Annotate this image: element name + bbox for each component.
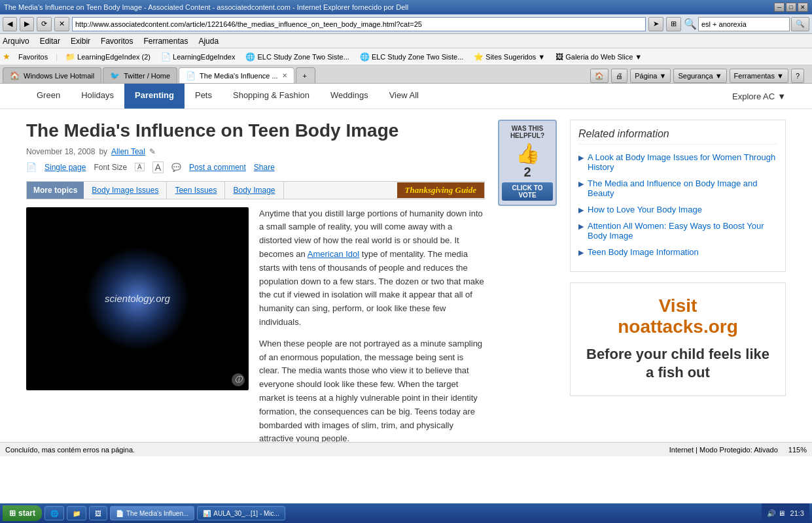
menu-editar[interactable]: Editar — [40, 37, 60, 46]
tab-shopping[interactable]: Shopping & Fashion — [222, 84, 320, 109]
more-topics-button[interactable]: More topics — [27, 182, 84, 199]
address-field[interactable] — [72, 17, 646, 31]
home-tool-button[interactable]: 🏠 — [590, 69, 609, 83]
tab-green[interactable]: Green — [26, 84, 71, 109]
fav-icon-1: 📄 — [161, 52, 171, 61]
go-button[interactable]: ➤ — [648, 17, 663, 31]
taskbar-start-button[interactable]: ⊞ start — [3, 505, 42, 521]
post-comment-link[interactable]: Post a comment — [189, 163, 246, 172]
related-link-2[interactable]: ▶ How to Love Your Body Image — [578, 205, 777, 214]
thanksgiving-banner[interactable]: Thanksgiving Guide — [397, 182, 484, 198]
menu-ferramentas[interactable]: Ferramentas — [143, 37, 188, 46]
close-button[interactable]: ✕ — [798, 3, 808, 12]
related-link-0[interactable]: ▶ A Look at Body Image Issues for Women … — [578, 152, 777, 172]
related-link-text-4: Teen Body Image Information — [588, 247, 699, 257]
fav-item-1[interactable]: 📄 LearningEdgeIndex — [158, 51, 238, 63]
related-link-1[interactable]: ▶ The Media and Influence on Body Image … — [578, 178, 777, 198]
topic-body-image-issues[interactable]: Body Image Issues — [84, 182, 167, 199]
fav-item-3[interactable]: 🌐 ELC Study Zone Two Siste... — [357, 51, 466, 63]
taskbar-btn-explorer[interactable]: 📁 — [67, 506, 86, 520]
ad-box: Visit noattacks.org Before your child fe… — [570, 282, 786, 396]
american-idol-link[interactable]: American Idol — [308, 249, 359, 259]
tray-icons: 🔊 🖥 — [767, 509, 785, 518]
security-button[interactable]: Segurança ▼ — [673, 69, 726, 83]
refresh-button[interactable]: ⟳ — [37, 17, 52, 31]
taskbar-media-icon: 🖼 — [95, 510, 101, 517]
bullet-arrow-3: ▶ — [578, 222, 584, 231]
menu-favoritos[interactable]: Favoritos — [101, 37, 133, 46]
back-button[interactable]: ◀ — [3, 17, 17, 31]
tab-parenting[interactable]: Parenting — [124, 84, 185, 109]
bullet-arrow-2: ▶ — [578, 206, 584, 214]
taskbar-btn-ie[interactable]: 🌐 — [44, 506, 64, 520]
topic-body-image[interactable]: Body Image — [225, 182, 283, 199]
image-info-button[interactable]: ⓘ — [232, 373, 245, 386]
related-link-4[interactable]: ▶ Teen Body Image Information — [578, 247, 777, 257]
start-icon: ⊞ — [9, 509, 16, 518]
tab-weddings[interactable]: Weddings — [320, 84, 379, 109]
menu-ajuda[interactable]: Ajuda — [198, 37, 219, 46]
taskbar-btn-article[interactable]: 📄 The Media's Influen... — [110, 506, 194, 520]
vote-button[interactable]: CLICK TO VOTE — [502, 182, 553, 201]
font-size-small-icon[interactable]: A — [135, 163, 145, 171]
menu-arquivo[interactable]: Arquivo — [3, 37, 29, 46]
taskbar-article-label: The Media's Influen... — [126, 510, 188, 517]
related-info-title: Related information — [578, 128, 777, 144]
tab-hotmail-icon: 🏠 — [10, 71, 20, 80]
tab-twitter[interactable]: 🐦 Twitter / Home — [103, 67, 177, 83]
tab-hotmail[interactable]: 🏠 Windows Live Hotmail — [3, 67, 101, 83]
ad-url-label[interactable]: noattacks.org — [581, 316, 775, 337]
fav-item-5[interactable]: 🖼 Galeria do Web Slice ▼ — [553, 51, 644, 63]
share-link[interactable]: Share — [254, 163, 275, 172]
top-nav: Green Holidays Parenting Pets Shopping &… — [0, 84, 812, 109]
tools-button[interactable]: Ferramentas ▼ — [730, 69, 788, 83]
maximize-button[interactable]: □ — [786, 3, 796, 12]
related-link-text-2: How to Love Your Body Image — [588, 205, 702, 214]
author-link[interactable]: Allen Teal — [111, 147, 145, 156]
comment-icon: 💬 — [171, 163, 181, 172]
topic-teen-issues[interactable]: Teen Issues — [167, 182, 225, 199]
search-field[interactable] — [698, 17, 790, 31]
taskbar-btn-office[interactable]: 📊 AULA_30_...[1] - Mic... — [197, 506, 285, 520]
font-size-large-icon[interactable]: A — [152, 161, 164, 173]
print-button[interactable]: 🖨 — [611, 69, 627, 83]
tab-new[interactable]: + — [296, 67, 315, 83]
page-button[interactable]: Página ▼ — [630, 69, 671, 83]
taskbar-ie-icon: 🌐 — [50, 510, 58, 517]
tab-holidays[interactable]: Holidays — [71, 84, 124, 109]
stop-button[interactable]: ✕ — [54, 17, 69, 31]
fav-item-2[interactable]: 🌐 ELC Study Zone Two Siste... — [243, 51, 351, 63]
tab-article[interactable]: 📄 The Media's Influence ... ✕ — [179, 67, 294, 83]
help-button[interactable]: ? — [791, 69, 804, 83]
article-meta: November 18, 2008 by Allen Teal ✎ — [26, 147, 485, 156]
search-button[interactable]: 🔍 — [791, 17, 809, 31]
search-area: 🔍 🔍 — [684, 17, 809, 31]
tab-article-label: The Media's Influence ... — [200, 72, 278, 80]
single-page-link[interactable]: Single page — [44, 163, 86, 172]
compatibility-button[interactable]: ⊞ — [666, 17, 681, 31]
related-link-text-3: Attention All Women: Easy Ways to Boost … — [588, 221, 777, 241]
status-zone: Internet | Modo Protegido: Ativado — [669, 446, 778, 454]
tab-viewall[interactable]: View All — [379, 84, 429, 109]
forward-button[interactable]: ▶ — [20, 17, 34, 31]
related-info-box: Related information ▶ A Look at Body Ima… — [570, 120, 786, 272]
related-link-3[interactable]: ▶ Attention All Women: Easy Ways to Boos… — [578, 221, 777, 241]
favorites-label[interactable]: Favoritos — [16, 52, 50, 62]
tab-article-close[interactable]: ✕ — [282, 72, 287, 79]
article-image: scientology.org ⓘ — [26, 207, 249, 390]
thumb-up-icon: 👍 — [502, 142, 553, 165]
browser-content: Green Holidays Parenting Pets Shopping &… — [0, 84, 812, 456]
status-bar: Concluído, mas contém erros na página. I… — [0, 442, 812, 456]
title-bar: The Media's Influence on Teen Body Image… — [0, 0, 812, 14]
tab-pets[interactable]: Pets — [185, 84, 222, 109]
tray-time: 21:3 — [790, 509, 804, 517]
minimize-button[interactable]: ─ — [774, 3, 785, 12]
fav-item-0[interactable]: 📁 LearningEdgeIndex (2) — [63, 51, 153, 63]
explore-ac[interactable]: Explore AC ▼ — [732, 92, 786, 101]
menu-exibir[interactable]: Exibir — [71, 37, 90, 46]
ad-visit-label: Visit — [581, 296, 775, 316]
taskbar-btn-media[interactable]: 🖼 — [89, 506, 107, 520]
fav-icon-0: 📁 — [65, 52, 75, 61]
fav-item-4[interactable]: ⭐ Sites Sugeridos ▼ — [471, 51, 548, 63]
vote-count: 2 — [502, 165, 553, 180]
